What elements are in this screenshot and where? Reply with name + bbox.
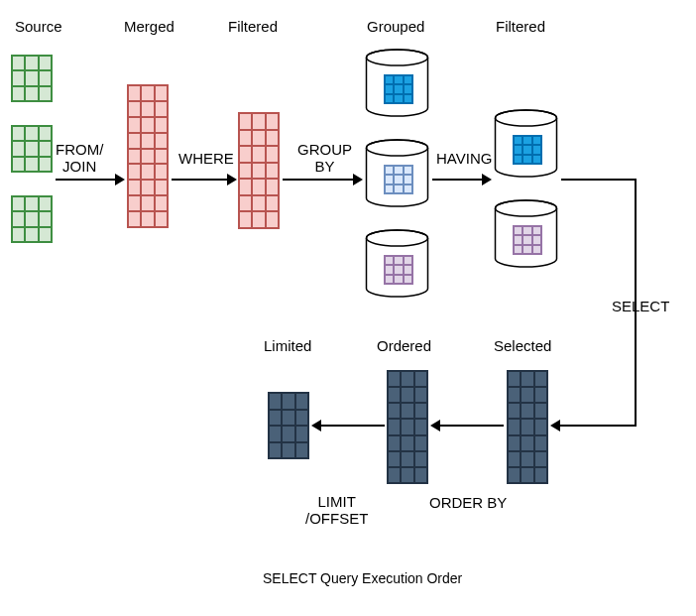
- arrow-where: [172, 179, 229, 181]
- arrow-orderby: [440, 425, 504, 427]
- arrow-where-head: [227, 174, 237, 185]
- stage-grouped-label: Grouped: [367, 18, 424, 35]
- arrow-select-head: [550, 420, 560, 431]
- arrow-from-join: [56, 179, 117, 181]
- grouped-inner-1: [384, 74, 413, 104]
- grouped-inner-2: [384, 165, 413, 194]
- arrow-orderby-head: [430, 420, 440, 431]
- op-from-join-label: FROM/ JOIN: [56, 141, 103, 176]
- op-select-label: SELECT: [612, 298, 669, 314]
- having-inner-1: [513, 135, 542, 165]
- source-table-1: [11, 55, 53, 102]
- filtered-table: [238, 112, 280, 229]
- arrow-select-h1: [561, 179, 637, 181]
- source-table-3: [11, 195, 53, 243]
- op-groupby-label: GROUP BY: [297, 141, 352, 176]
- arrow-select-v: [635, 179, 637, 425]
- merged-table: [127, 84, 169, 228]
- arrow-having: [432, 179, 484, 181]
- selected-table: [507, 370, 548, 484]
- source-table-2: [11, 125, 53, 173]
- stage-filtered1-label: Filtered: [228, 18, 278, 35]
- op-having-label: HAVING: [436, 150, 492, 167]
- grouped-inner-3: [384, 255, 413, 285]
- stage-source-label: Source: [15, 18, 62, 35]
- limited-table: [268, 392, 309, 459]
- diagram-title: SELECT Query Execution Order: [263, 570, 462, 586]
- arrow-select-h2: [560, 425, 637, 427]
- arrow-groupby-head: [353, 174, 363, 185]
- ordered-table: [387, 370, 428, 484]
- having-inner-2: [513, 225, 542, 255]
- stage-filtered2-label: Filtered: [496, 18, 545, 35]
- arrow-groupby: [283, 179, 355, 181]
- stage-selected-label: Selected: [494, 337, 551, 354]
- op-limitoffset-label: LIMIT /OFFSET: [305, 493, 368, 528]
- op-where-label: WHERE: [178, 150, 234, 167]
- arrow-having-head: [482, 174, 492, 185]
- stage-limited-label: Limited: [264, 337, 311, 354]
- stage-ordered-label: Ordered: [377, 337, 431, 354]
- arrow-from-join-head: [115, 174, 125, 185]
- stage-merged-label: Merged: [124, 18, 174, 35]
- arrow-limitoffset-head: [311, 420, 321, 431]
- op-orderby-label: ORDER BY: [429, 494, 507, 511]
- arrow-limitoffset: [321, 425, 385, 427]
